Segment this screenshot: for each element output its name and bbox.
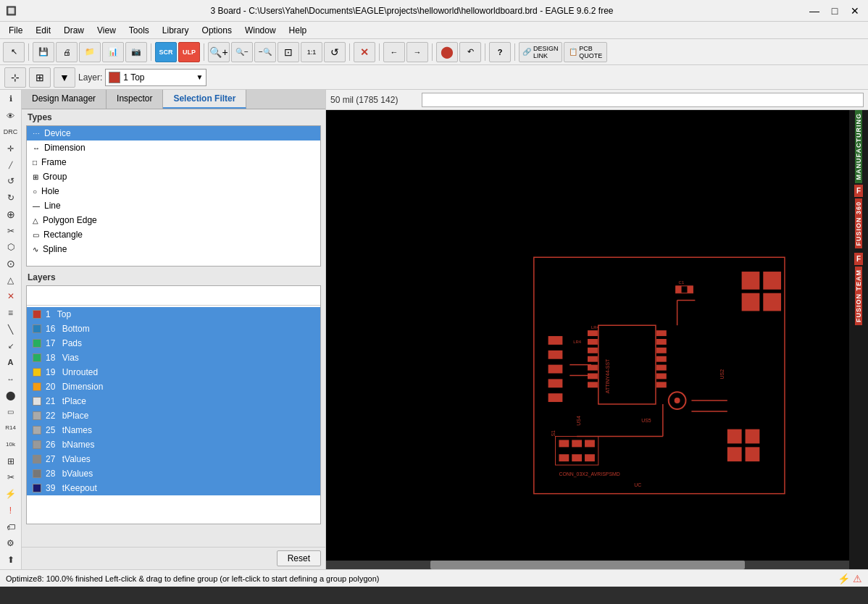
cut-button[interactable]: ✂ [1, 470, 20, 486]
expand-button[interactable]: ⬆ [1, 552, 20, 568]
layer-item-1[interactable]: 1 Top [27, 307, 320, 322]
layer-dropdown[interactable]: 1 Top ▼ [105, 69, 206, 86]
ratsnest-button[interactable]: ✕ [354, 42, 375, 62]
replay-button[interactable]: ↶ [459, 42, 481, 62]
zoom-out2-button[interactable]: −🔍 [254, 42, 276, 62]
menu-item-view[interactable]: View [91, 24, 122, 37]
back-button[interactable]: ← [383, 42, 405, 62]
fusion360-panel[interactable]: FUSION 360 [855, 198, 863, 249]
script-button[interactable]: SCR [155, 42, 177, 62]
erc-button[interactable]: ! [1, 503, 20, 519]
design-link-button[interactable]: 🔗 DESIGNLINK [519, 42, 562, 62]
type-item-dimension[interactable]: ↔Dimension [27, 140, 320, 155]
mirror-button[interactable]: ↻ [1, 190, 20, 206]
smd-button[interactable]: ▭ [1, 404, 20, 420]
scrollbar-thumb[interactable] [430, 561, 744, 569]
fusion-team-panel[interactable]: FUSION TEAM [855, 267, 863, 325]
smash-button[interactable]: ≡ [1, 305, 20, 321]
menu-item-edit[interactable]: Edit [30, 24, 57, 37]
type-item-frame[interactable]: □Frame [27, 155, 320, 169]
reset-button[interactable]: Reset [277, 550, 321, 566]
type-item-group[interactable]: ⊞Group [27, 169, 320, 184]
menu-item-help[interactable]: Help [283, 24, 313, 37]
type-item-spline[interactable]: ∿Spline [27, 242, 320, 256]
close-button[interactable]: ✕ [848, 4, 862, 18]
minimize-button[interactable]: — [807, 4, 822, 18]
zoom-in-button[interactable]: 🔍+ [208, 42, 230, 62]
layer-label: Layer: [78, 72, 102, 83]
zoom-fit-button[interactable]: ⊡ [277, 42, 299, 62]
stop-button[interactable]: ⬤ [436, 42, 458, 62]
settings-button[interactable]: ⚙ [1, 535, 20, 551]
board-button[interactable]: 📊 [102, 42, 124, 62]
tab-inspector[interactable]: Inspector [107, 90, 163, 109]
drc2-button[interactable]: ⚡ [1, 486, 20, 502]
layer-item-20[interactable]: 20 Dimension [27, 379, 320, 394]
grid-button[interactable]: ⊞ [29, 67, 51, 88]
type-item-rectangle[interactable]: ▭Rectangle [27, 227, 320, 242]
wire-button[interactable]: ⬡ [1, 239, 20, 255]
layer-item-22[interactable]: 22 bPlace [27, 408, 320, 423]
add-button[interactable]: ⊕ [1, 206, 20, 222]
route2-button[interactable]: ╲ [1, 322, 20, 337]
layer-item-16[interactable]: 16 Bottom [27, 322, 320, 336]
type-item-hole[interactable]: ○Hole [27, 184, 320, 198]
ratsnest-lt-button[interactable]: ✕ [1, 289, 20, 305]
zoom-100-button[interactable]: 1:1 [301, 42, 322, 62]
menu-item-options[interactable]: Options [196, 24, 238, 37]
layer-item-21[interactable]: 21 tPlace [27, 394, 320, 408]
menu-item-tools[interactable]: Tools [123, 24, 155, 37]
crosshair-button[interactable]: ⊹ [4, 67, 26, 88]
group2-button[interactable]: ⊞ [1, 453, 20, 469]
layer-item-25[interactable]: 25 tNames [27, 423, 320, 437]
drc-button[interactable]: DRC [1, 124, 20, 140]
layer-item-27[interactable]: 27 tValues [27, 452, 320, 466]
filter-button[interactable]: ▼ [54, 67, 75, 88]
maximize-button[interactable]: □ [827, 4, 842, 18]
help-button[interactable]: ? [489, 42, 511, 62]
text-button[interactable]: A [1, 355, 20, 371]
manufacturing-panel[interactable]: MANUFACTURING [855, 110, 863, 183]
save-button[interactable]: 💾 [33, 42, 54, 62]
tab-design-manager[interactable]: Design Manager [22, 90, 107, 109]
move-button[interactable]: ✛ [1, 140, 20, 156]
layer-item-18[interactable]: 18 Vias [27, 351, 320, 365]
layer-item-17[interactable]: 17 Pads [27, 336, 320, 351]
menu-item-draw[interactable]: Draw [58, 24, 90, 37]
command-input[interactable] [422, 93, 864, 107]
type-item-polygon-edge[interactable]: △Polygon Edge [27, 213, 320, 227]
ripup-button[interactable]: ↙ [1, 338, 20, 354]
layer-item-19[interactable]: 19 Unrouted [27, 365, 320, 379]
layer-item-39[interactable]: 39 tKeepout [27, 481, 320, 495]
type-item-line[interactable]: —Line [27, 198, 320, 213]
route-angle-button[interactable]: ╱ [1, 157, 20, 173]
pcb-quote-button[interactable]: 📋 PCBQUOTE [564, 42, 607, 62]
display-button[interactable]: 👁 [1, 108, 20, 124]
forward-button[interactable]: → [406, 42, 428, 62]
layer-item-26[interactable]: 26 bNames [27, 437, 320, 452]
layer-item-28[interactable]: 28 bValues [27, 466, 320, 481]
menu-item-window[interactable]: Window [239, 24, 282, 37]
tag-button[interactable]: 🏷 [1, 519, 20, 535]
canvas-area[interactable]: ATTINY44-SST CONN_03X2_AVRISPSMD [326, 110, 849, 569]
select-button[interactable]: ↖ [3, 42, 25, 62]
menu-item-library[interactable]: Library [157, 24, 195, 37]
print-button[interactable]: 🖨 [56, 42, 78, 62]
polygon-button[interactable]: △ [1, 272, 20, 288]
info-button[interactable]: ℹ [1, 91, 20, 107]
pad-button[interactable]: ⬤ [1, 387, 20, 403]
canvas-scrollbar[interactable] [326, 561, 849, 569]
open-button[interactable]: 📁 [79, 42, 101, 62]
menu-item-file[interactable]: File [3, 24, 28, 37]
undo-button[interactable]: ↺ [1, 174, 20, 190]
redraw-button[interactable]: ↺ [324, 42, 346, 62]
tab-selection-filter[interactable]: Selection Filter [163, 90, 246, 109]
zoom-out-button[interactable]: 🔍− [231, 42, 253, 62]
via-button[interactable]: ⊙ [1, 256, 20, 272]
measure-button[interactable]: ↔ [1, 371, 20, 387]
type-item-device[interactable]: ⋯Device [27, 126, 320, 140]
cam-button[interactable]: 📷 [125, 42, 147, 62]
delete-button[interactable]: ✂ [1, 223, 20, 239]
layer-preset-item[interactable] [27, 299, 320, 303]
ulp-button[interactable]: ULP [178, 42, 200, 62]
